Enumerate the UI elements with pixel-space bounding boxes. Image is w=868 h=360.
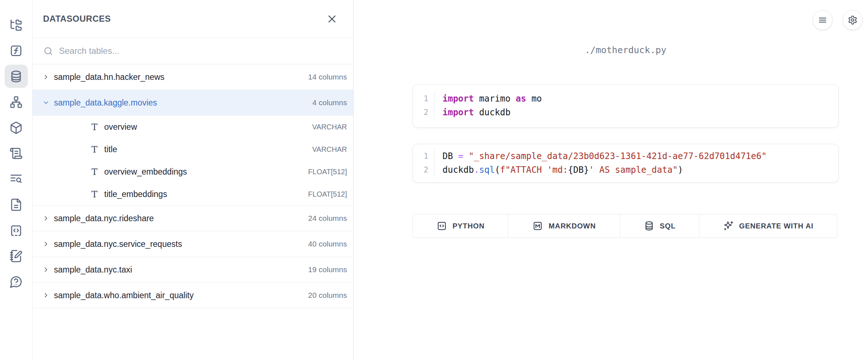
panel-title: DATASOURCES [43, 14, 111, 24]
line-number: 2 [413, 163, 435, 177]
text-type-icon: T [90, 122, 98, 132]
add-python-label: PYTHON [453, 222, 485, 230]
line-number: 2 [413, 106, 435, 119]
code-line: 1import marimo as mo [413, 92, 838, 106]
sidebar-item-documentation[interactable] [5, 193, 28, 216]
generate-with-ai-label: GENERATE WITH AI [739, 222, 814, 230]
notebook-pen-icon [9, 249, 23, 263]
chevron-right-icon [42, 240, 50, 248]
table-row-nyc-taxi[interactable]: sample_data.nyc.taxi 19 columns [33, 257, 353, 283]
top-right-controls [813, 10, 863, 30]
table-row-hacker-news[interactable]: sample_data.hn.hacker_news 14 columns [33, 64, 353, 90]
sidebar-item-dependencies[interactable] [5, 90, 28, 113]
chevron-right-icon [42, 292, 50, 299]
add-markdown-cell-button[interactable]: MARKDOWN [508, 214, 620, 237]
line-number: 1 [413, 149, 435, 163]
markdown-square-icon [532, 220, 543, 231]
table-column-count: 24 columns [308, 214, 347, 223]
panel-header: DATASOURCES [33, 0, 353, 38]
code-line: 2duckdb.sql(f"ATTACH 'md:{DB}' AS sample… [413, 163, 838, 177]
code-content[interactable]: import marimo as mo [435, 92, 542, 106]
table-name: sample_data.nyc.service_requests [54, 239, 182, 249]
settings-button[interactable] [843, 10, 863, 30]
code-content[interactable]: import duckdb [435, 106, 511, 119]
text-type-icon: T [90, 167, 98, 177]
add-python-cell-button[interactable]: PYTHON [413, 214, 508, 237]
notebook-filename: ./motherduck.py [412, 45, 839, 55]
code-snippet-icon [9, 224, 23, 237]
network-icon [9, 95, 23, 109]
sparkles-icon [723, 220, 734, 231]
table-column-count: 14 columns [308, 73, 347, 81]
code-cell-attach-db[interactable]: 1DB = "_share/sample_data/23b0d623-1361-… [412, 144, 839, 183]
help-bubble-icon [9, 275, 23, 288]
column-type: VARCHAR [312, 145, 347, 154]
column-row[interactable]: T overview VARCHAR [33, 116, 353, 138]
column-type: FLOAT[512] [308, 190, 347, 198]
search-bar [33, 38, 353, 64]
code-content[interactable]: duckdb.sql(f"ATTACH 'md:{DB}' AS sample_… [435, 163, 683, 177]
column-row[interactable]: T title VARCHAR [33, 138, 353, 160]
table-name: sample_data.nyc.taxi [54, 265, 132, 275]
search-tables-input[interactable] [59, 46, 347, 56]
code-content[interactable]: DB = "_share/sample_data/23b0d623-1361-4… [435, 149, 767, 163]
column-type: FLOAT[512] [308, 168, 347, 176]
text-type-icon: T [90, 144, 98, 155]
column-name: overview_embeddings [104, 167, 187, 177]
add-sql-cell-button[interactable]: SQL [620, 214, 699, 237]
scroll-text-icon [9, 147, 23, 160]
line-number: 1 [413, 92, 435, 106]
menu-button[interactable] [813, 10, 833, 30]
sidebar-item-snippets[interactable] [5, 219, 28, 242]
column-name: title [104, 145, 117, 154]
code-line: 2import duckdb [413, 106, 838, 119]
code-line: 1DB = "_share/sample_data/23b0d623-1361-… [413, 149, 838, 163]
close-icon [327, 14, 337, 24]
column-row[interactable]: T overview_embeddings FLOAT[512] [33, 160, 353, 183]
table-name: sample_data.hn.hacker_news [54, 72, 165, 82]
chevron-right-icon [42, 266, 50, 273]
table-name: sample_data.nyc.rideshare [54, 214, 154, 223]
hamburger-menu-icon [818, 15, 827, 25]
table-column-count: 4 columns [312, 98, 347, 107]
search-icon [43, 46, 53, 56]
table-column-count: 20 columns [308, 291, 347, 300]
chevron-right-icon [42, 215, 50, 222]
chevron-right-icon [42, 73, 50, 81]
table-row-nyc-service-requests[interactable]: sample_data.nyc.service_requests 40 colu… [33, 231, 353, 257]
code-cell-imports[interactable]: 1import marimo as mo2import duckdb [412, 84, 839, 128]
table-column-count: 19 columns [308, 265, 347, 274]
database-icon [9, 70, 23, 83]
sidebar-item-packages[interactable] [5, 116, 28, 139]
file-text-icon [9, 198, 23, 211]
table-name: sample_data.kaggle.movies [54, 98, 157, 108]
sidebar-item-tracebacks[interactable] [5, 167, 28, 190]
sidebar-item-datasources[interactable] [5, 65, 28, 88]
close-panel-button[interactable] [325, 12, 339, 26]
generate-with-ai-button[interactable]: GENERATE WITH AI [699, 214, 837, 237]
add-cell-toolbar: PYTHON MARKDOWN SQL GENERATE WITH AI [412, 214, 837, 238]
column-name: overview [104, 122, 137, 132]
text-type-icon: T [90, 189, 98, 200]
sidebar-item-scratchpad[interactable] [5, 244, 28, 267]
table-row-who-ambient-air-quality[interactable]: sample_data.who.ambient_air_quality 20 c… [33, 283, 353, 308]
table-columns-list: T overview VARCHAR T title VARCHAR T ove… [33, 116, 353, 206]
add-markdown-label: MARKDOWN [549, 222, 596, 230]
table-row-nyc-rideshare[interactable]: sample_data.nyc.rideshare 24 columns [33, 206, 353, 231]
column-row[interactable]: T title_embeddings FLOAT[512] [33, 183, 353, 205]
sidebar-item-logs[interactable] [5, 142, 28, 165]
database-icon [644, 220, 655, 231]
add-sql-label: SQL [660, 222, 676, 230]
table-row-kaggle-movies[interactable]: sample_data.kaggle.movies 4 columns [33, 90, 353, 116]
column-name: title_embeddings [104, 189, 167, 199]
gear-icon [848, 15, 858, 25]
column-type: VARCHAR [312, 123, 347, 131]
sidebar-item-help[interactable] [5, 270, 28, 293]
sidebar-item-file-explorer[interactable] [5, 13, 28, 37]
sidebar-item-variables[interactable] [5, 39, 28, 62]
code-square-icon [436, 220, 447, 231]
icon-sidebar [0, 0, 33, 360]
notebook-area: ./motherduck.py 1import marimo as mo2imp… [353, 0, 868, 360]
table-name: sample_data.who.ambient_air_quality [54, 291, 194, 300]
table-column-count: 40 columns [308, 240, 347, 248]
